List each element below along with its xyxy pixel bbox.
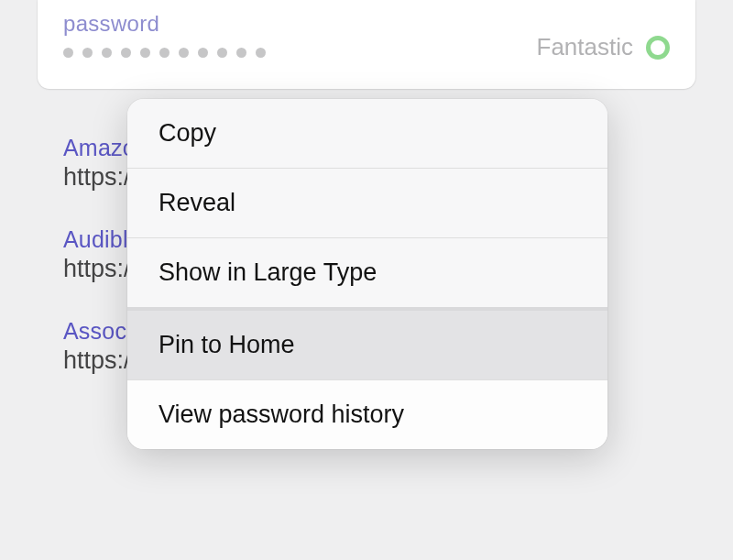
password-field: password xyxy=(63,11,266,58)
password-label: password xyxy=(63,11,266,37)
menu-item-copy[interactable]: Copy xyxy=(127,99,607,169)
menu-item-large-type[interactable]: Show in Large Type xyxy=(127,238,607,311)
strength-ring-icon xyxy=(646,36,670,60)
strength-label: Fantastic xyxy=(537,33,634,61)
menu-item-password-history[interactable]: View password history xyxy=(127,380,607,449)
menu-item-pin-to-home[interactable]: Pin to Home xyxy=(127,311,607,380)
menu-item-reveal[interactable]: Reveal xyxy=(127,169,607,238)
context-menu: Copy Reveal Show in Large Type Pin to Ho… xyxy=(127,99,607,449)
password-masked-dots xyxy=(63,48,266,58)
password-strength: Fantastic xyxy=(537,33,671,61)
password-card[interactable]: password Fantastic xyxy=(38,0,695,89)
